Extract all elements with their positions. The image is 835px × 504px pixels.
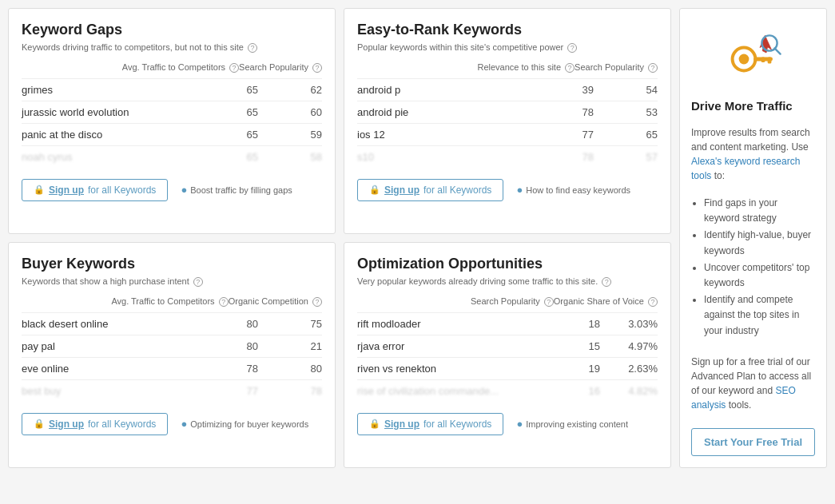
row-val1: 80 (194, 318, 258, 330)
opt-hint: ● Improving existing content (516, 418, 628, 430)
opt-rows: rift modloader 18 3.03% rjava error 15 4… (357, 312, 658, 402)
signup-link-text: Sign up (49, 185, 84, 196)
keyword-gaps-hint: ● Boost traffic by filling gaps (181, 184, 292, 196)
opt-col1-help[interactable]: ? (544, 297, 554, 307)
main-content: Keyword Gaps Keywords driving traffic to… (8, 8, 671, 468)
row-val1: 15 (543, 340, 600, 352)
lock-icon: 🔒 (34, 185, 45, 195)
row-val2: 3.03% (600, 318, 658, 330)
easy-to-rank-title: Easy-to-Rank Keywords (357, 22, 658, 38)
sidebar: Drive More Traffic Improve results from … (679, 8, 827, 468)
opt-signup-btn[interactable]: 🔒 Sign up for all Keywords (357, 413, 503, 435)
easy-rank-rows: android p 39 54 android pie 78 53 ios 12… (357, 78, 658, 168)
sidebar-alexa-link[interactable]: Alexa's keyword research tools (691, 156, 800, 181)
opt-help-icon[interactable]: ? (602, 277, 611, 287)
buyer-col-headers: Avg. Traffic to Competitors ? Organic Co… (22, 296, 322, 307)
row-val2: 53 (594, 106, 658, 118)
buyer-keywords-subtitle: Keywords that show a high purchase inten… (22, 276, 322, 288)
row-name: rise of civilization commande... (357, 385, 543, 397)
row-name: jurassic world evolution (22, 106, 194, 118)
row-name: rjava error (357, 340, 543, 352)
bk-signup-suffix: for all Keywords (88, 419, 156, 430)
svg-line-7 (774, 48, 780, 54)
row-val2: 57 (594, 151, 658, 163)
row-val1: 78 (530, 151, 594, 163)
sidebar-desc: Improve results from search and content … (691, 125, 815, 183)
keyword-gaps-card: Keyword Gaps Keywords driving traffic to… (8, 8, 336, 234)
col1-help-icon[interactable]: ? (229, 63, 239, 73)
easy-rank-hint: ● How to find easy keywords (516, 184, 630, 196)
row-val2: 65 (594, 129, 658, 141)
opt-footer: 🔒 Sign up for all Keywords ● Improving e… (357, 413, 658, 435)
signup-suffix: for all Keywords (88, 185, 156, 196)
buyer-col1-help[interactable]: ? (219, 297, 229, 307)
row-val1: 78 (530, 106, 594, 118)
er-signup-suffix: for all Keywords (423, 185, 491, 196)
table-row: rift modloader 18 3.03% (357, 312, 658, 335)
keyword-gaps-col-headers: Avg. Traffic to Competitors ? Search Pop… (22, 62, 322, 73)
easy-rank-col-headers: Relevance to this site ? Search Populari… (357, 62, 658, 73)
keyword-gaps-help-icon[interactable]: ? (248, 43, 257, 53)
list-item: Identify and compete against the top sit… (704, 292, 815, 339)
keyword-gaps-signup-btn[interactable]: 🔒 Sign up for all Keywords (22, 179, 168, 201)
easy-rank-footer: 🔒 Sign up for all Keywords ● How to find… (357, 179, 658, 201)
start-trial-btn[interactable]: Start Your Free Trial (691, 428, 815, 456)
keyword-gaps-subtitle: Keywords driving traffic to competitors,… (22, 42, 322, 54)
er-signup-link: Sign up (384, 185, 419, 196)
opt-signup-suffix: for all Keywords (423, 419, 491, 430)
sidebar-bottom-text: Sign up for a free trial of our Advanced… (691, 355, 815, 412)
table-row: best buy 77 78 (22, 379, 322, 402)
buyer-col1-header: Avg. Traffic to Competitors ? (111, 296, 228, 307)
row-name: pay pal (22, 340, 194, 352)
row-name: android p (357, 84, 530, 96)
er-col2-help[interactable]: ? (648, 63, 658, 73)
er-hint-bullet: ● (516, 184, 523, 196)
row-val2: 78 (258, 385, 322, 397)
row-val2: 4.82% (600, 385, 658, 397)
easy-to-rank-subtitle: Popular keywords within this site's comp… (357, 42, 658, 54)
row-val1: 39 (530, 84, 594, 96)
table-row: eve online 78 80 (22, 357, 322, 379)
buyer-footer: 🔒 Sign up for all Keywords ● Optimizing … (22, 413, 322, 435)
svg-rect-4 (761, 58, 765, 62)
easy-to-rank-card: Easy-to-Rank Keywords Popular keywords w… (344, 8, 671, 234)
row-val1: 16 (543, 385, 600, 397)
table-row: android pie 78 53 (357, 101, 658, 123)
row-val2: 80 (258, 363, 322, 375)
row-val2: 21 (258, 340, 322, 352)
easy-rank-help-icon[interactable]: ? (567, 43, 577, 53)
row-val2: 60 (258, 106, 322, 118)
buyer-rows: black desert online 80 75 pay pal 80 21 … (22, 312, 322, 402)
buyer-help-icon[interactable]: ? (193, 277, 203, 287)
row-val2: 62 (258, 84, 322, 96)
drive-traffic-icon (722, 28, 785, 84)
buyer-col2-help[interactable]: ? (312, 297, 322, 307)
er-col2-header: Search Popularity ? (575, 62, 658, 73)
table-row: s10 78 57 (357, 145, 658, 168)
buyer-signup-btn[interactable]: 🔒 Sign up for all Keywords (22, 413, 168, 435)
table-row: riven vs renekton 19 2.63% (357, 357, 658, 379)
row-val1: 78 (194, 363, 258, 375)
easy-rank-signup-btn[interactable]: 🔒 Sign up for all Keywords (357, 179, 503, 201)
row-val1: 18 (543, 318, 600, 330)
keyword-gaps-title: Keyword Gaps (22, 22, 322, 38)
opt-col2-header: Organic Share of Voice ? (554, 296, 658, 307)
col-header-avg-traffic: Avg. Traffic to Competitors ? (122, 62, 239, 73)
row-val2: 75 (258, 318, 322, 330)
keyword-gaps-footer: 🔒 Sign up for all Keywords ● Boost traff… (22, 179, 322, 201)
row-val1: 65 (194, 106, 258, 118)
row-val2: 54 (594, 84, 658, 96)
er-lock-icon: 🔒 (369, 185, 380, 195)
col-header-search-pop: Search Popularity ? (239, 62, 322, 73)
sidebar-title: Drive More Traffic (691, 99, 815, 113)
row-val1: 77 (194, 385, 258, 397)
opt-col2-help[interactable]: ? (648, 297, 658, 307)
col2-help-icon[interactable]: ? (312, 63, 322, 73)
buyer-keywords-title: Buyer Keywords (22, 256, 322, 272)
row-name: riven vs renekton (357, 363, 543, 375)
svg-rect-3 (767, 58, 771, 64)
row-name: ios 12 (357, 129, 530, 141)
row-name: panic at the disco (22, 129, 194, 141)
er-col1-help[interactable]: ? (565, 63, 575, 73)
row-val1: 19 (543, 363, 600, 375)
